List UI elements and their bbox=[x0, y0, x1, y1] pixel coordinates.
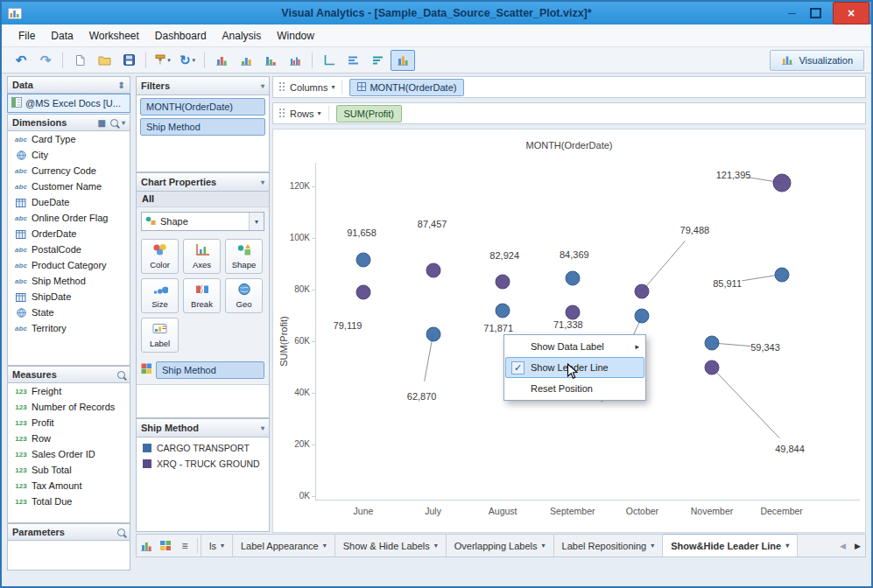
dimension-item[interactable]: abcShip Method bbox=[8, 273, 130, 289]
chevron-down-icon[interactable]: ▾ bbox=[122, 119, 125, 127]
menu-item-data[interactable]: Data bbox=[43, 27, 81, 45]
sheet-tab-overlapping-labels[interactable]: Overlapping Labels▾ bbox=[447, 535, 554, 556]
view-grid-icon[interactable]: ▦ bbox=[98, 118, 106, 128]
new-dashboard-button[interactable] bbox=[156, 535, 175, 556]
chevron-down-icon[interactable]: ▾ bbox=[434, 542, 438, 550]
data-point-label[interactable]: 84,369 bbox=[560, 249, 589, 260]
search-icon[interactable] bbox=[117, 528, 125, 536]
scroll-tabs-right-button[interactable]: ▶ bbox=[850, 535, 865, 556]
minimize-button[interactable]: ─ bbox=[780, 5, 804, 22]
sort-bars-button[interactable] bbox=[366, 50, 391, 71]
measure-item[interactable]: 123Profit bbox=[8, 415, 130, 430]
data-point-label[interactable]: 71,871 bbox=[483, 323, 513, 333]
data-point[interactable] bbox=[496, 275, 510, 290]
legend-item[interactable]: XRQ - TRUCK GROUND bbox=[137, 456, 269, 472]
data-point[interactable] bbox=[705, 360, 720, 374]
sheet-tab-show-hide-labels[interactable]: Show & Hide Labels▾ bbox=[335, 535, 447, 556]
dimension-item[interactable]: State bbox=[8, 304, 130, 320]
shape-dropdown[interactable]: Shape ▾ bbox=[141, 212, 264, 231]
parameters-header[interactable]: Parameters bbox=[7, 523, 130, 541]
new-document-button[interactable] bbox=[67, 50, 92, 71]
measure-item[interactable]: 123Total Due bbox=[8, 494, 130, 509]
chevron-down-icon[interactable]: ▾ bbox=[323, 542, 327, 550]
dimension-item[interactable]: abcOnline Order Flag bbox=[8, 210, 130, 226]
data-point[interactable] bbox=[635, 309, 650, 324]
measure-item[interactable]: 123Row bbox=[8, 430, 130, 446]
data-point[interactable] bbox=[774, 267, 789, 282]
data-point-label[interactable]: 59,343 bbox=[750, 342, 780, 353]
dimension-item[interactable]: OrderDate bbox=[8, 226, 130, 242]
sheet-list-button[interactable]: ≡ bbox=[175, 535, 194, 556]
menu-item-window[interactable]: Window bbox=[269, 27, 322, 45]
menu-item-worksheet[interactable]: Worksheet bbox=[81, 27, 147, 45]
open-folder-button[interactable] bbox=[92, 50, 116, 71]
data-point[interactable] bbox=[356, 284, 371, 299]
data-source-item[interactable]: @MS Excel Docs [U... bbox=[7, 94, 130, 113]
sheet-tab-ls[interactable]: ls▾ bbox=[201, 535, 233, 556]
columns-shelf[interactable]: Columns ▾ MONTH(OrderDate) bbox=[272, 76, 866, 98]
search-icon[interactable] bbox=[117, 371, 125, 379]
dimension-item[interactable]: City bbox=[8, 147, 130, 163]
chart-active-button[interactable] bbox=[391, 50, 415, 71]
dimension-item[interactable]: abcCurrency Code bbox=[8, 163, 130, 178]
maximize-button[interactable] bbox=[804, 5, 827, 22]
filter-pill[interactable]: Ship Method bbox=[140, 118, 265, 136]
context-menu-item-show-data-label[interactable]: Show Data Label▸ bbox=[505, 336, 644, 357]
chevron-down-icon[interactable]: ▾ bbox=[249, 213, 264, 230]
chart-columns-2-button[interactable] bbox=[234, 50, 258, 71]
data-point[interactable] bbox=[772, 173, 791, 192]
chevron-down-icon[interactable]: ▾ bbox=[261, 178, 264, 186]
axes-chart-button[interactable] bbox=[317, 50, 341, 71]
data-point-label[interactable]: 91,658 bbox=[347, 228, 377, 238]
data-point-label[interactable]: 79,488 bbox=[680, 225, 710, 235]
ship-method-field-pill[interactable]: Ship Method bbox=[156, 361, 264, 379]
measure-item[interactable]: 123Tax Amount bbox=[8, 478, 130, 494]
dimension-item[interactable]: ShipDate bbox=[8, 289, 130, 304]
chevron-down-icon[interactable]: ▾ bbox=[261, 82, 264, 90]
data-point[interactable] bbox=[496, 303, 510, 318]
data-point-label[interactable]: 121,395 bbox=[716, 170, 751, 180]
sheet-tab-label-appearance[interactable]: Label Appearance▾ bbox=[233, 535, 335, 556]
dimension-item[interactable]: abcCard Type bbox=[8, 131, 130, 147]
data-point[interactable] bbox=[565, 271, 580, 286]
search-icon[interactable] bbox=[110, 119, 118, 127]
data-point[interactable] bbox=[705, 335, 720, 350]
close-button[interactable]: × bbox=[833, 2, 869, 24]
data-point-label[interactable]: 71,338 bbox=[553, 319, 583, 330]
filter-pill[interactable]: MONTH(OrderDate) bbox=[140, 98, 265, 116]
dimension-item[interactable]: abcPostalCode bbox=[8, 242, 130, 257]
data-point[interactable] bbox=[565, 304, 580, 319]
data-point-label[interactable]: 62,870 bbox=[407, 391, 437, 402]
chevron-down-icon[interactable]: ▾ bbox=[261, 424, 264, 432]
measure-item[interactable]: 123Freight bbox=[8, 383, 130, 399]
chevron-down-icon[interactable]: ▾ bbox=[651, 542, 654, 550]
data-point-label[interactable]: 79,119 bbox=[334, 320, 363, 331]
sheet-tab-label-repositioning[interactable]: Label Repositioning▾ bbox=[554, 535, 664, 556]
data-point-label[interactable]: 49,844 bbox=[775, 444, 805, 454]
visualization-toggle-button[interactable]: Visualization bbox=[770, 50, 864, 71]
sheet-tab-show-hide-leader-line[interactable]: Show&Hide Leader Line▾ bbox=[663, 534, 798, 556]
align-lines-button[interactable] bbox=[341, 50, 366, 71]
chart-prop-label-button[interactable]: Label bbox=[141, 318, 179, 353]
dimension-item[interactable]: abcCustomer Name bbox=[8, 178, 130, 194]
chart-columns-1-button[interactable] bbox=[209, 50, 234, 71]
dimension-item[interactable]: abcProduct Category bbox=[8, 257, 130, 273]
measures-header[interactable]: Measures bbox=[7, 366, 130, 383]
chevron-down-icon[interactable]: ▾ bbox=[221, 542, 224, 550]
measure-item[interactable]: 123Sales Order ID bbox=[8, 446, 130, 462]
menu-item-file[interactable]: File bbox=[11, 27, 43, 45]
rows-shelf[interactable]: Rows ▾ SUM(Profit) bbox=[272, 102, 866, 124]
data-point-label[interactable]: 82,924 bbox=[489, 250, 519, 261]
chart-columns-3-button[interactable] bbox=[258, 50, 283, 71]
menu-item-dashboard[interactable]: Dashboard bbox=[147, 27, 215, 45]
grip-icon[interactable] bbox=[278, 108, 286, 119]
chart-prop-axes-button[interactable]: Axes bbox=[183, 239, 221, 274]
chart-area[interactable]: MONTH(OrderDate) SUM(Profit) 120K100K80K… bbox=[272, 129, 866, 533]
dimension-item[interactable]: abcTerritory bbox=[8, 320, 130, 336]
chevron-down-icon[interactable]: ▾ bbox=[785, 542, 789, 550]
legend-item[interactable]: CARGO TRANSPORT bbox=[137, 440, 269, 456]
rows-pill[interactable]: SUM(Profit) bbox=[336, 105, 402, 122]
save-button[interactable] bbox=[116, 50, 141, 71]
chart-properties-header[interactable]: Chart Properties ▾ bbox=[136, 172, 270, 192]
chart-prop-size-button[interactable]: Size bbox=[141, 278, 179, 313]
